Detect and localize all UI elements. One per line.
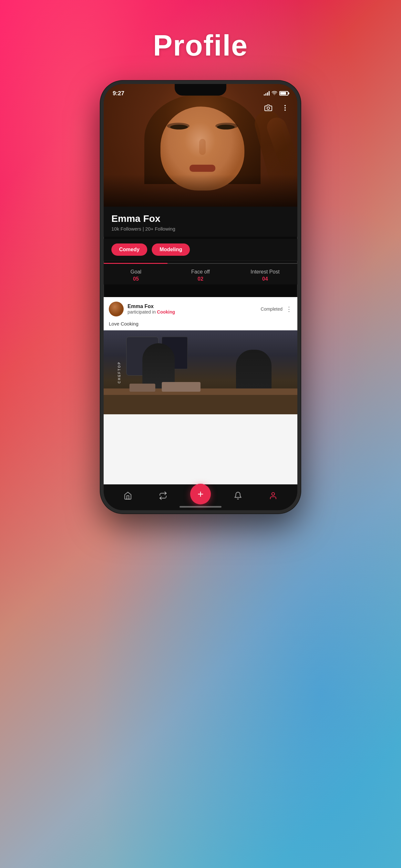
tab-interest-count: 04 xyxy=(233,276,297,282)
tab-faceoff-count: 02 xyxy=(168,276,233,282)
post-user-info: Emma Fox participated in Cooking xyxy=(109,302,175,316)
cheftop-label: CHEFTOP xyxy=(118,361,121,383)
post-username: Emma Fox xyxy=(127,304,175,309)
page-title: Profile xyxy=(153,29,248,62)
tab-faceoff[interactable]: Face off 02 xyxy=(168,269,233,282)
phone-wrapper: 9:27 xyxy=(100,81,301,514)
camera-button[interactable] xyxy=(263,102,274,114)
battery-icon xyxy=(279,91,288,96)
tab-goal-count: 05 xyxy=(104,276,168,282)
followers-count: 10k Followers xyxy=(112,226,142,231)
post-status: Completed xyxy=(260,306,282,312)
avatar xyxy=(109,302,124,316)
nav-home[interactable] xyxy=(120,488,136,504)
tag-comedy[interactable]: Comedy xyxy=(112,244,147,256)
tabs-row: Goal 05 Face off 02 Interest Post 04 xyxy=(104,264,297,284)
post-more-icon[interactable]: ⋮ xyxy=(286,305,292,313)
wifi-icon xyxy=(272,90,277,97)
profile-stats: 10k Followers | 20+ Following xyxy=(112,226,289,231)
content-section: Emma Fox participated in Cooking Complet… xyxy=(104,297,297,485)
svg-point-4 xyxy=(272,492,275,495)
post-caption: Love Cooking xyxy=(104,321,297,330)
tag-modeling[interactable]: Modeling xyxy=(152,244,190,256)
status-time: 9:27 xyxy=(113,90,124,97)
tabs-section: Goal 05 Face off 02 Interest Post 04 xyxy=(104,263,297,284)
tab-active-indicator xyxy=(104,263,167,264)
battery-fill xyxy=(280,92,286,95)
profile-actions xyxy=(263,102,291,114)
tab-faceoff-label: Face off xyxy=(168,269,233,275)
signal-icon xyxy=(264,91,270,96)
participated-label: participated in xyxy=(127,309,156,314)
tab-goal-label: Goal xyxy=(104,269,168,275)
nav-add-button[interactable]: + xyxy=(190,484,211,504)
svg-point-0 xyxy=(267,107,270,110)
post-card: Emma Fox participated in Cooking Complet… xyxy=(104,297,297,414)
profile-name: Emma Fox xyxy=(112,213,289,224)
svg-point-1 xyxy=(285,105,285,106)
nav-bell[interactable] xyxy=(230,488,246,504)
nav-profile[interactable] xyxy=(265,488,281,504)
following-count: 20+ Following xyxy=(145,226,175,231)
add-icon: + xyxy=(197,489,204,499)
profile-info-section: Emma Fox 10k Followers | 20+ Following xyxy=(104,207,297,237)
post-image: CHEFTOP xyxy=(104,330,297,414)
more-options-button[interactable] xyxy=(279,102,291,114)
svg-point-2 xyxy=(285,107,285,108)
tags-section: Comedy Modeling xyxy=(104,239,297,261)
tab-interest[interactable]: Interest Post 04 xyxy=(233,269,297,282)
stats-separator: | xyxy=(143,226,145,231)
tab-interest-label: Interest Post xyxy=(233,269,297,275)
nav-repeat[interactable] xyxy=(155,488,171,504)
home-indicator xyxy=(180,506,221,507)
phone-notch xyxy=(175,84,226,96)
tab-goal[interactable]: Goal 05 xyxy=(104,269,168,282)
activity-link[interactable]: Cooking xyxy=(157,309,175,314)
post-subtitle: participated in Cooking xyxy=(127,309,175,314)
post-header: Emma Fox participated in Cooking Complet… xyxy=(104,297,297,321)
svg-point-3 xyxy=(285,110,285,111)
phone-frame: 9:27 xyxy=(100,81,301,514)
status-icons xyxy=(264,90,288,97)
